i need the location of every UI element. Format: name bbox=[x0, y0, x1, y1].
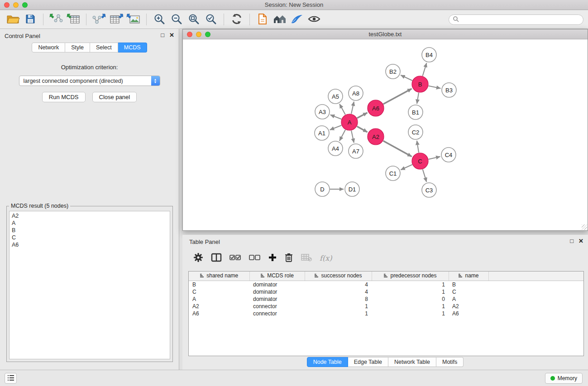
table-cell[interactable]: B bbox=[189, 281, 249, 288]
style-brush-button[interactable] bbox=[288, 12, 306, 27]
save-session-button[interactable] bbox=[22, 12, 39, 27]
tab-mcds[interactable]: MCDS bbox=[118, 43, 147, 52]
column-header-shared-name[interactable]: shared name bbox=[189, 272, 249, 281]
table-cell[interactable]: 8 bbox=[305, 295, 372, 303]
run-mcds-button[interactable]: Run MCDS bbox=[42, 92, 86, 102]
graph-node-A7[interactable]: A7 bbox=[349, 144, 363, 158]
export-image-button[interactable] bbox=[125, 12, 142, 27]
network-window-titlebar[interactable]: testGlobe.txt bbox=[183, 29, 588, 39]
table-cell[interactable]: 1 bbox=[305, 310, 372, 317]
graph-node-B3[interactable]: B3 bbox=[442, 83, 456, 97]
result-item[interactable]: A bbox=[10, 219, 170, 227]
table-cell[interactable]: C bbox=[449, 288, 488, 295]
table-cell[interactable]: 1 bbox=[372, 288, 449, 295]
delete-column-button[interactable] bbox=[284, 253, 293, 264]
zoom-window-button[interactable] bbox=[22, 2, 28, 8]
close-window-button[interactable] bbox=[4, 2, 10, 8]
graph-node-A2[interactable]: A2 bbox=[368, 129, 384, 145]
tab-style[interactable]: Style bbox=[65, 43, 90, 52]
table-row[interactable]: Adominator80A bbox=[189, 295, 583, 303]
table-cell[interactable]: A6 bbox=[189, 310, 249, 317]
graph-node-B[interactable]: B bbox=[412, 76, 428, 92]
table-settings-button[interactable] bbox=[193, 253, 203, 264]
graph-node-C3[interactable]: C3 bbox=[422, 183, 436, 197]
table-cell[interactable]: 1 bbox=[372, 281, 449, 288]
table-cell[interactable]: C bbox=[189, 288, 249, 295]
graph-edge-C-C2[interactable] bbox=[417, 141, 419, 152]
graph-node-C1[interactable]: C1 bbox=[386, 166, 400, 181]
table-row[interactable]: A6connector11A6 bbox=[189, 310, 583, 317]
graph-edge-B-B2[interactable] bbox=[401, 75, 412, 81]
tab-edge-table[interactable]: Edge Table bbox=[348, 357, 388, 367]
graph-edge-B-B1[interactable] bbox=[417, 93, 419, 104]
table-cell[interactable]: 0 bbox=[372, 295, 449, 303]
table-row[interactable]: Bdominator41B bbox=[189, 281, 583, 288]
graph-node-A1[interactable]: A1 bbox=[315, 126, 329, 140]
show-hide-button[interactable] bbox=[306, 12, 323, 27]
column-header-predecessor-nodes[interactable]: predecessor nodes bbox=[372, 272, 449, 281]
export-table-button[interactable] bbox=[108, 12, 125, 27]
graph-node-C4[interactable]: C4 bbox=[441, 148, 456, 162]
table-cell[interactable]: A bbox=[449, 295, 488, 303]
function-builder-button[interactable]: f(x) bbox=[320, 254, 332, 262]
table-cell[interactable]: A6 bbox=[449, 310, 488, 317]
export-network-button[interactable] bbox=[91, 12, 108, 27]
table-cell[interactable]: 1 bbox=[305, 303, 372, 310]
network-canvas[interactable]: B4B2BB3A5A8A6B1A3AC2A1A2A4A7C4CC1DD1C3 bbox=[183, 39, 588, 230]
graph-edge-C-C4[interactable] bbox=[429, 157, 440, 159]
column-header-successor-nodes[interactable]: successor nodes bbox=[305, 272, 372, 281]
zoom-fit-button[interactable] bbox=[185, 12, 202, 27]
network-graph[interactable]: B4B2BB3A5A8A6B1A3AC2A1A2A4A7C4CC1DD1C3 bbox=[183, 39, 588, 230]
document-button[interactable] bbox=[254, 12, 271, 27]
table-cell[interactable]: connector bbox=[249, 310, 305, 317]
criterion-dropdown[interactable]: largest connected component (directed) ▲… bbox=[19, 76, 160, 86]
table-cell[interactable]: dominator bbox=[249, 288, 305, 295]
close-panel-icon[interactable]: ✕ bbox=[169, 32, 174, 38]
graph-edge-C-C1[interactable] bbox=[401, 165, 412, 170]
graph-edge-A-A4[interactable] bbox=[339, 130, 345, 141]
graph-node-A6[interactable]: A6 bbox=[368, 100, 384, 116]
table-cell[interactable]: 1 bbox=[372, 310, 449, 317]
graph-edge-C-C3[interactable] bbox=[423, 169, 427, 182]
zoom-network-window-button[interactable] bbox=[205, 32, 210, 37]
tab-network-table[interactable]: Network Table bbox=[388, 357, 436, 367]
graph-edge-B-B4[interactable] bbox=[423, 63, 427, 76]
tab-network[interactable]: Network bbox=[32, 43, 65, 52]
open-folder-button[interactable] bbox=[5, 12, 22, 27]
graph-node-A5[interactable]: A5 bbox=[328, 89, 343, 104]
search-box[interactable] bbox=[449, 14, 583, 25]
delete-table-button[interactable] bbox=[301, 253, 312, 263]
zoom-out-button[interactable] bbox=[168, 12, 185, 27]
close-panel-button[interactable]: Close panel bbox=[92, 92, 137, 102]
result-item[interactable]: C bbox=[10, 234, 170, 241]
table-cell[interactable]: A bbox=[189, 295, 249, 303]
resize-grip[interactable] bbox=[582, 224, 587, 230]
graph-node-B2[interactable]: B2 bbox=[386, 64, 400, 79]
graph-node-B1[interactable]: B1 bbox=[408, 105, 423, 119]
result-item[interactable]: A2 bbox=[10, 212, 170, 219]
tab-motifs[interactable]: Motifs bbox=[436, 357, 464, 367]
task-history-button[interactable] bbox=[5, 373, 17, 384]
table-cell[interactable]: connector bbox=[249, 303, 305, 310]
graph-edge-B-B3[interactable] bbox=[429, 86, 441, 88]
tab-select[interactable]: Select bbox=[90, 43, 118, 52]
graph-node-A[interactable]: A bbox=[341, 114, 358, 130]
mcds-result-list[interactable]: A2ABCA6 bbox=[9, 211, 170, 359]
float-panel-icon[interactable]: □ bbox=[161, 32, 164, 38]
close-table-panel-icon[interactable]: ✕ bbox=[578, 238, 583, 244]
graph-edge-A6-B[interactable] bbox=[383, 89, 412, 104]
import-network-button[interactable] bbox=[48, 12, 65, 27]
minimize-network-window-button[interactable] bbox=[196, 32, 201, 37]
table-cell[interactable]: B bbox=[449, 281, 488, 288]
graph-edge-A-A2[interactable] bbox=[357, 126, 368, 132]
table-cell[interactable]: 4 bbox=[305, 281, 372, 288]
zoom-in-button[interactable] bbox=[151, 12, 168, 27]
graph-node-A3[interactable]: A3 bbox=[315, 105, 330, 119]
table-cell[interactable]: 1 bbox=[372, 303, 449, 310]
zoom-selected-button[interactable] bbox=[202, 12, 220, 27]
table-row[interactable]: A2connector11A2 bbox=[189, 303, 583, 310]
column-header-name[interactable]: name bbox=[449, 272, 488, 281]
graph-edge-A-A6[interactable] bbox=[357, 113, 368, 118]
minimize-window-button[interactable] bbox=[13, 2, 19, 8]
graph-node-C[interactable]: C bbox=[412, 153, 428, 169]
